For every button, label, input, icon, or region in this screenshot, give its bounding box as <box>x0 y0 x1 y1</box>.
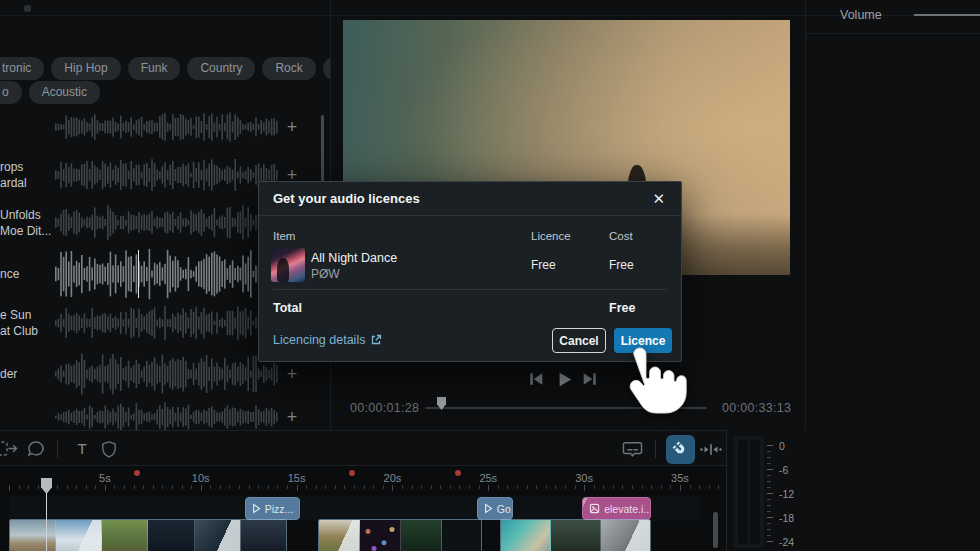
audio-waveform[interactable] <box>55 248 280 300</box>
image-clip[interactable]: elevate.i... <box>582 497 651 520</box>
ruler-tick <box>469 485 470 489</box>
shield-icon[interactable] <box>100 439 120 459</box>
ruler-tick <box>373 485 374 489</box>
ruler-tick <box>28 485 29 489</box>
meter-tick-minor <box>767 511 771 512</box>
add-track-icon[interactable]: + <box>282 117 302 137</box>
ruler-tick <box>709 485 710 489</box>
captions-icon[interactable] <box>622 439 642 459</box>
ruler-tick <box>450 485 451 489</box>
timeline-scrollbar[interactable] <box>713 512 718 548</box>
close-icon[interactable]: ✕ <box>650 189 667 208</box>
clip-thumbnail-crowd <box>551 520 601 551</box>
ruler-tick <box>392 485 393 491</box>
ruler-tick <box>220 485 221 489</box>
ruler-tick <box>354 485 355 489</box>
image-clip-icon <box>589 503 600 514</box>
clip-thumbnail-forest <box>401 520 442 551</box>
modal-header: Get your audio licences ✕ <box>259 182 681 216</box>
text-tool-icon[interactable]: T <box>72 439 92 459</box>
clip-thumbnail-rocks <box>601 520 650 551</box>
track-name: e Sunat Club <box>0 305 52 341</box>
add-track-icon[interactable]: + <box>282 407 302 427</box>
ruler-tick <box>162 485 163 489</box>
skip-forward-icon[interactable] <box>582 369 604 389</box>
audio-waveform[interactable] <box>55 158 280 192</box>
genre-chip[interactable]: Classical <box>323 57 330 80</box>
video-clip-group[interactable] <box>318 519 483 551</box>
genre-chip[interactable]: o <box>0 81 22 104</box>
ruler-tick <box>575 485 576 489</box>
meter-tick-minor <box>767 529 771 530</box>
ruler-tick <box>680 485 681 491</box>
audio-waveform[interactable] <box>55 112 280 142</box>
ruler-tick <box>364 485 365 489</box>
ruler-tick <box>383 485 384 489</box>
split-collapse-icon[interactable] <box>700 439 722 459</box>
audio-waveform[interactable] <box>55 352 280 396</box>
audio-track-row[interactable]: + <box>0 402 310 430</box>
clip-label: elevate.i... <box>604 503 651 515</box>
meter-tick-minor <box>767 481 771 482</box>
skip-back-icon[interactable] <box>528 369 550 389</box>
track-name: nce <box>0 248 52 300</box>
licencing-details-link[interactable]: Licencing details <box>273 333 382 347</box>
timeline-marker-dot[interactable] <box>134 470 140 476</box>
toolbar-divider <box>655 440 656 458</box>
video-clip-group[interactable] <box>500 519 651 551</box>
properties-panel: Volume <box>806 0 980 430</box>
ruler-time-label: 25s <box>475 472 501 484</box>
audio-clip[interactable]: Go... <box>477 497 513 520</box>
timeline-marker-dot[interactable] <box>349 470 355 476</box>
video-editor-app: tronicHip HopFunkCountryRockClassical oA… <box>0 0 980 551</box>
speech-bubble-icon[interactable] <box>26 439 46 459</box>
ruler-tick <box>277 485 278 489</box>
ruler-tick <box>507 485 508 489</box>
ruler-tick <box>565 485 566 489</box>
audio-track-row[interactable]: + <box>0 112 310 142</box>
meter-tick-minor <box>767 487 771 488</box>
magnet-snapping-icon[interactable] <box>666 435 695 464</box>
ruler-tick <box>38 485 39 489</box>
audio-clip[interactable]: Pizz... <box>245 497 301 520</box>
meter-tick-minor <box>767 523 771 524</box>
audio-level-meter: 0-6-12-18-24 <box>726 430 806 551</box>
play-icon[interactable] <box>556 369 578 389</box>
ruler-tick <box>651 485 652 489</box>
move-frame-icon[interactable] <box>0 439 18 459</box>
audio-waveform[interactable] <box>55 402 280 430</box>
genre-chip[interactable]: Funk <box>128 57 181 80</box>
row-licence-value: Free <box>531 258 556 272</box>
clip-thumbnail-shore <box>10 520 56 551</box>
add-track-icon[interactable]: + <box>282 364 302 384</box>
genre-chip[interactable]: Hip Hop <box>51 57 120 80</box>
ruler-tick <box>479 485 480 489</box>
modal-title: Get your audio licences <box>273 191 420 206</box>
timeline-marker-dot[interactable] <box>455 470 461 476</box>
ruler-tick <box>402 485 403 489</box>
meter-tick-minor <box>767 457 771 458</box>
ruler-tick <box>306 485 307 489</box>
meter-db-label: 0 <box>779 440 805 452</box>
total-timecode: 00:00:33:13 <box>722 401 791 415</box>
audio-waveform[interactable] <box>55 205 280 240</box>
video-clip-group[interactable] <box>9 519 287 551</box>
cancel-button[interactable]: Cancel <box>552 328 606 353</box>
seek-bar-track[interactable] <box>425 407 707 409</box>
meter-tick <box>767 517 773 518</box>
clip-thumbnail-confetti <box>360 520 401 551</box>
genre-chip[interactable]: Acoustic <box>29 81 100 104</box>
clip-thumbnail-dark <box>442 520 482 551</box>
clip-thumbnail-car <box>148 520 194 551</box>
ruler-tick <box>182 485 183 489</box>
genre-chip[interactable]: Rock <box>262 57 315 80</box>
meter-db-label: -24 <box>779 536 805 548</box>
column-header-licence: Licence <box>531 230 571 242</box>
genre-chip[interactable]: Country <box>187 57 255 80</box>
audio-waveform[interactable] <box>55 305 280 341</box>
genre-chip[interactable]: tronic <box>0 57 44 80</box>
volume-property-slider[interactable] <box>914 14 980 16</box>
ruler-tick <box>613 485 614 489</box>
timeline-playhead-handle[interactable] <box>41 478 52 494</box>
licence-button[interactable]: Licence <box>614 328 672 353</box>
